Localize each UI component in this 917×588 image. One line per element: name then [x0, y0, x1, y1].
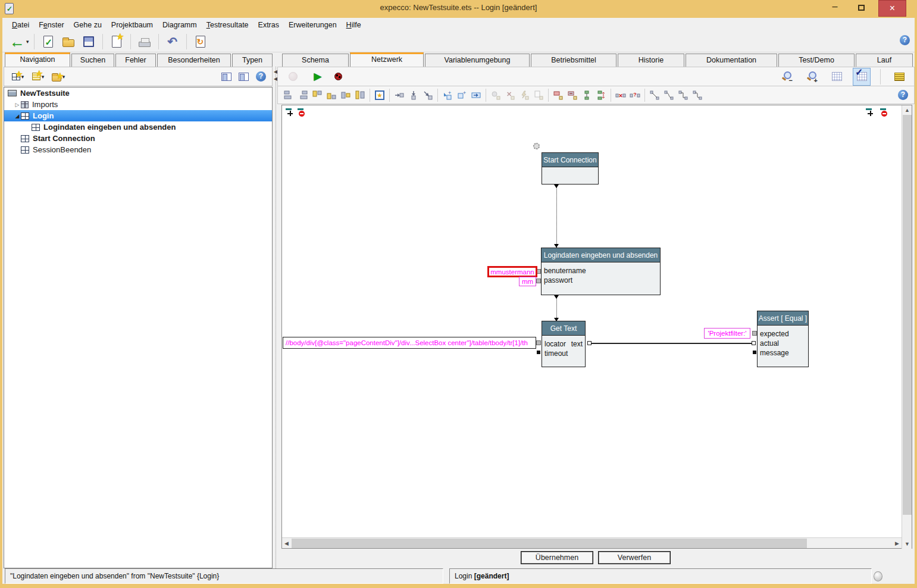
tab-netzwerk[interactable]: Netzwerk [350, 52, 424, 67]
node-start-connection[interactable]: Start Connection [542, 152, 599, 184]
scroll-down-icon[interactable]: ▼ [905, 541, 910, 547]
split-window-button[interactable] [239, 73, 249, 81]
line-style-orthogonal-button[interactable] [676, 88, 690, 102]
insert-before-button[interactable] [392, 88, 406, 102]
connection-start-to-login[interactable] [556, 184, 557, 248]
align-center-horizontal-button[interactable] [339, 88, 353, 102]
tab-schema[interactable]: Schema [282, 54, 349, 67]
no-entry-anchor-icon[interactable] [880, 108, 888, 117]
expander-expanded-icon[interactable]: ◢ [14, 113, 21, 119]
tab-suchen[interactable]: Suchen [71, 54, 114, 67]
pin-expected[interactable]: expected [758, 329, 808, 339]
navigation-help-button[interactable]: ? [256, 71, 266, 82]
gear-icon[interactable] [533, 143, 540, 149]
tab-dokumentation[interactable]: Dokumentation [686, 54, 777, 67]
snap-to-grid-button[interactable]: ✓ [853, 68, 871, 86]
tab-variablenumgebung[interactable]: Variablenumgebung [425, 54, 530, 67]
connection-text-to-actual[interactable] [591, 343, 752, 344]
pin-actual[interactable]: actual [758, 339, 808, 348]
close-button[interactable]: × [878, 0, 906, 17]
no-entry-anchor-icon[interactable] [298, 108, 306, 117]
tree-item-logindaten[interactable]: Logindaten eingeben und absenden [4, 121, 272, 133]
align-left-button[interactable] [281, 88, 296, 102]
zoom-out-button[interactable]: − [778, 68, 796, 86]
tab-fehler[interactable]: Fehler [115, 54, 156, 67]
menu-item-gehe-zu[interactable]: Gehe zu [69, 20, 107, 30]
back-dropdown-icon[interactable]: ▾ [26, 39, 29, 45]
tab-besonderheiten[interactable]: Besonderheiten [157, 54, 231, 67]
back-button[interactable]: ←▾ [10, 33, 29, 51]
title-bar[interactable]: expecco: NewTestsuite.ets -- Login [geän… [0, 0, 917, 18]
input-pin-actual[interactable] [752, 341, 756, 345]
delete-pin-button[interactable]: ✕ [503, 88, 517, 102]
scroll-left-icon[interactable]: ◀ [284, 540, 289, 546]
pin-timeout[interactable]: timeout [542, 349, 585, 358]
menu-item-hilfe[interactable]: Hilfe [342, 20, 366, 30]
node-logindaten[interactable]: Logindaten eingeben und absenden benuter… [541, 248, 661, 295]
diagram-canvas[interactable]: Start Connection Logindaten eingeben und… [282, 105, 902, 538]
tab-lauf[interactable]: Lauf [856, 54, 913, 67]
align-top-button[interactable] [310, 88, 324, 102]
menu-item-datei[interactable]: Datei [7, 20, 34, 30]
remove-breakpoints-button[interactable] [284, 68, 302, 86]
expander-collapsed-icon[interactable]: ▷ [14, 102, 21, 108]
panel-splitter[interactable]: ◀ ◀ [276, 67, 281, 568]
open-button[interactable] [60, 33, 77, 51]
unconnected-input-pin[interactable] [537, 351, 540, 354]
align-center-vertical-button[interactable] [353, 88, 367, 102]
input-pin[interactable] [536, 340, 541, 345]
tab-test-demo[interactable]: Test/Demo [778, 54, 855, 67]
run-button[interactable]: ▶ [309, 68, 327, 86]
align-right-button[interactable] [296, 88, 310, 102]
canvas-vertical-scrollbar[interactable]: ▲ ▼ [902, 105, 912, 549]
canvas-horizontal-scrollbar[interactable]: ◀ ▶ [282, 537, 902, 548]
move-anchor-icon[interactable] [286, 108, 294, 117]
menu-item-extras[interactable]: Extras [253, 20, 284, 30]
undo-button[interactable]: ↶ [164, 33, 181, 51]
tree-item-start-connection[interactable]: Start Connection [4, 133, 272, 144]
menu-item-erweiterungen[interactable]: Erweiterungen [284, 20, 342, 30]
delete-connection-button[interactable]: ✕ [614, 88, 628, 102]
new-block-button[interactable]: ★▾ [9, 68, 27, 86]
connect-pins-button[interactable] [469, 88, 483, 102]
vertical-scroll-thumb[interactable] [903, 115, 912, 515]
input-value-benutername[interactable]: mmustermann [487, 266, 537, 277]
tree-item-login[interactable]: ◢ Login [4, 110, 272, 121]
pin-action-button[interactable] [517, 88, 531, 102]
show-grid-button[interactable] [828, 68, 846, 86]
menu-item-diagramm[interactable]: Diagramm [158, 20, 202, 30]
node-get-text[interactable]: Get Text locator text timeout [542, 321, 586, 367]
unconnected-input-pin[interactable] [753, 351, 756, 354]
pin-passwort[interactable]: passwort [542, 276, 660, 285]
reconnect-button[interactable]: ? [628, 88, 642, 102]
pin-text[interactable]: text [571, 340, 583, 348]
insert-after-button[interactable] [421, 88, 435, 102]
tab-betriebsmittel[interactable]: Betriebsmittel [531, 54, 616, 67]
horizontal-scroll-thumb[interactable] [292, 539, 807, 548]
scroll-right-icon[interactable]: ▶ [895, 540, 899, 546]
accept-button[interactable]: ✓ [39, 33, 57, 51]
input-pin[interactable] [752, 331, 757, 336]
menu-item-fenster[interactable]: Fenster [34, 20, 68, 30]
line-style-spline-button[interactable] [662, 88, 676, 102]
diagram-help-button[interactable]: ? [898, 90, 908, 100]
input-value-expected[interactable]: 'Projektfilter:' [704, 328, 750, 339]
new-folder-button[interactable]: ★▾ [49, 68, 67, 86]
input-value-locator[interactable]: //body/div[@class="pageContentDiv"]/div.… [283, 337, 536, 349]
node-title[interactable]: Get Text [542, 321, 585, 336]
move-anchor-icon[interactable] [866, 108, 874, 117]
add-output-pin-button[interactable]: + [455, 88, 469, 102]
apply-button[interactable]: Übernehmen [521, 551, 593, 564]
pin-settings-button[interactable] [489, 88, 503, 102]
save-button[interactable] [80, 33, 98, 51]
new-item-button[interactable]: ★▾ [29, 68, 47, 86]
input-pin[interactable] [536, 279, 541, 283]
node-title[interactable]: Logindaten eingeben und absenden [542, 248, 660, 262]
node-assert-equal[interactable]: Assert [ Equal ] expected actual message [757, 311, 809, 367]
minimize-button[interactable]: – [825, 0, 844, 17]
output-pin-text[interactable] [587, 341, 591, 345]
tab-typen[interactable]: Typen [232, 54, 273, 67]
menu-item-projektbaum[interactable]: Projektbaum [107, 20, 158, 30]
print-button[interactable] [136, 33, 154, 51]
report-button[interactable] [890, 68, 908, 86]
